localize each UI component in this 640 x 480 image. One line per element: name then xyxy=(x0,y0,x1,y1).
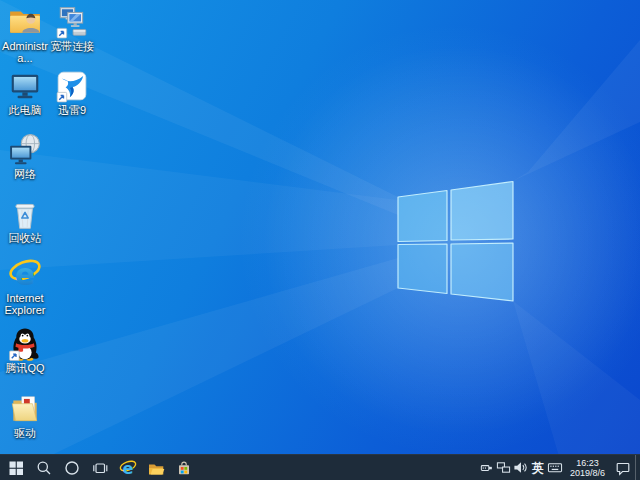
search-button[interactable] xyxy=(30,455,58,480)
usb-tray-button[interactable] xyxy=(478,455,495,480)
desktop-icon-internet-explorer[interactable]: e Internet Explorer xyxy=(2,257,48,316)
start-button[interactable] xyxy=(2,455,30,480)
qq-icon xyxy=(8,327,42,361)
task-view-button[interactable] xyxy=(86,455,114,480)
windows-logo-icon xyxy=(8,460,24,476)
desktop-icon-label: 驱动 xyxy=(2,427,48,439)
desktop-icon-label: 回收站 xyxy=(2,232,48,244)
network-icon xyxy=(496,460,511,475)
folder-icon xyxy=(8,392,42,426)
desktop-icon-administrator[interactable]: Administra... xyxy=(2,5,48,64)
desktop-icon-drivers[interactable]: 驱动 xyxy=(2,392,48,439)
touch-keyboard-icon xyxy=(547,460,563,475)
recycle-bin-icon xyxy=(8,197,42,231)
search-icon xyxy=(36,460,52,476)
desktop-icon-recycle-bin[interactable]: 回收站 xyxy=(2,197,48,244)
desktop-icon-xunlei[interactable]: 迅雷9 xyxy=(49,69,95,116)
desktop-icon-label: 此电脑 xyxy=(2,104,48,116)
desktop-icon-broadband[interactable]: 宽带连接 xyxy=(49,5,95,52)
touch-keyboard-button[interactable] xyxy=(547,455,564,480)
taskbar-file-explorer[interactable] xyxy=(142,455,170,480)
desktop-icon-label: 迅雷9 xyxy=(49,104,95,116)
desktop-icon-label: 腾讯QQ xyxy=(2,362,48,374)
desktop-icon-qq[interactable]: 腾讯QQ xyxy=(2,327,48,374)
ie-icon: e xyxy=(119,459,137,477)
desktop-icon-label: Administra... xyxy=(2,40,48,64)
desktop-icon-this-pc[interactable]: 此电脑 xyxy=(2,69,48,116)
action-center-button[interactable] xyxy=(611,455,635,480)
taskbar: e xyxy=(0,454,640,480)
desktop-icon-network[interactable]: 网络 xyxy=(2,133,48,180)
network-icon xyxy=(8,133,42,167)
cortana-button[interactable] xyxy=(58,455,86,480)
desktop-icon-label: 网络 xyxy=(2,168,48,180)
svg-text:e: e xyxy=(15,257,35,291)
volume-icon xyxy=(513,460,528,475)
folder-icon xyxy=(148,460,165,476)
desktop-icon-label: 宽带连接 xyxy=(49,40,95,52)
network-tray-button[interactable] xyxy=(495,455,512,480)
taskbar-clock[interactable]: 16:23 2019/8/6 xyxy=(564,458,611,478)
show-desktop-button[interactable] xyxy=(635,455,640,480)
desktop-wallpaper[interactable] xyxy=(0,0,640,480)
wallpaper-windows-logo xyxy=(0,0,640,480)
volume-tray-button[interactable] xyxy=(512,455,529,480)
action-center-icon xyxy=(615,460,631,476)
taskbar-internet-explorer[interactable]: e xyxy=(114,455,142,480)
internet-explorer-icon: e xyxy=(8,257,42,291)
task-view-icon xyxy=(92,460,108,476)
store-bag-icon xyxy=(176,460,192,476)
svg-text:e: e xyxy=(123,459,134,477)
taskbar-microsoft-store[interactable] xyxy=(170,455,198,480)
user-folder-icon xyxy=(8,5,42,39)
broadband-connection-icon xyxy=(55,5,89,39)
this-pc-icon xyxy=(8,69,42,103)
xunlei-icon xyxy=(55,69,89,103)
system-tray: 英 16:23 2019/8/6 xyxy=(478,455,640,480)
usb-icon xyxy=(479,460,494,475)
taskbar-buttons: e xyxy=(2,455,198,480)
clock-date: 2019/8/6 xyxy=(570,468,605,478)
desktop-icon-label: Internet Explorer xyxy=(2,292,48,316)
ime-indicator[interactable]: 英 xyxy=(529,455,547,480)
cortana-circle-icon xyxy=(64,460,80,476)
clock-time: 16:23 xyxy=(570,458,605,468)
